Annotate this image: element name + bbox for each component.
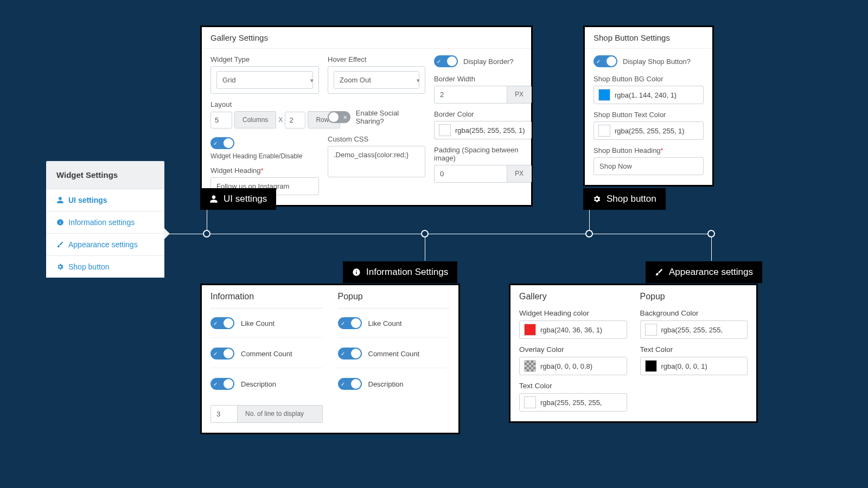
color-swatch <box>524 360 536 372</box>
sidebar-title: Widget Settings <box>46 161 164 189</box>
color-heading[interactable]: rgba(240, 36, 36, 1) <box>519 320 627 339</box>
node <box>203 230 210 237</box>
label-widget-heading: Widget Heading* <box>210 166 319 175</box>
color-swatch <box>598 125 610 137</box>
label-overlay-color: Overlay Color <box>519 345 627 354</box>
label-description: Description <box>241 380 276 388</box>
toggle-widget-heading[interactable]: ✓ <box>210 137 234 149</box>
label-comment-count: Comment Count <box>241 350 292 358</box>
section-gallery: Gallery <box>519 292 627 301</box>
color-swatch <box>524 396 536 408</box>
input-shop-heading[interactable] <box>593 157 704 175</box>
sidebar-item-shop-button[interactable]: Shop button <box>46 255 164 278</box>
widget-settings-sidebar: Widget Settings UI settings Information … <box>46 161 164 278</box>
input-padding[interactable] <box>434 165 507 183</box>
toggle-popup-comment[interactable]: ✓ <box>338 348 362 359</box>
info-icon <box>56 219 64 226</box>
label-description: Description <box>368 380 404 388</box>
connector-horizontal <box>164 234 711 234</box>
label-padding: Padding (Spacing between image) <box>434 146 532 162</box>
color-popup-bg[interactable]: rgba(255, 255, 255, <box>640 320 748 339</box>
color-swatch <box>598 89 610 101</box>
label-enable-social: Enable Social Sharing? <box>356 109 425 125</box>
tag-information-settings: Information Settings <box>343 261 457 283</box>
label-shop-text: Shop Button Text Color <box>593 111 704 119</box>
user-icon <box>56 196 64 204</box>
toggle-social-sharing[interactable]: ✕ <box>328 111 350 123</box>
color-shop-text[interactable]: rgba(255, 255, 255, 1) <box>593 121 704 140</box>
gear-icon <box>592 195 601 203</box>
toggle-info-description[interactable]: ✓ <box>210 378 234 390</box>
sidebar-item-label: Appearance settings <box>68 240 138 249</box>
label-custom-css: Custom CSS <box>328 135 425 143</box>
tag-shop-button: Shop button <box>583 188 666 210</box>
shop-button-panel: Shop Button Settings ✓ Display Shop Butt… <box>583 25 714 187</box>
label-like-count: Like Count <box>241 319 275 328</box>
label-shop-heading: Shop Button Heading* <box>593 146 704 155</box>
rows-input[interactable] <box>285 112 305 129</box>
label-widget-heading-toggle: Widget Heading Enable/Disable <box>210 152 319 160</box>
sidebar-arrow <box>164 228 170 239</box>
label-like-count: Like Count <box>368 319 402 328</box>
sidebar-item-label: UI settings <box>68 196 107 204</box>
sidebar-item-ui-settings[interactable]: UI settings <box>46 189 164 211</box>
label-text-color: Text Color <box>519 382 627 390</box>
appearance-panel: Gallery Widget Heading color rgba(240, 3… <box>509 284 758 423</box>
input-lines[interactable] <box>210 405 238 423</box>
lines-label: No. of line to display <box>238 405 323 423</box>
input-border-width[interactable] <box>434 86 507 104</box>
connector-v-info <box>425 234 425 261</box>
toggle-info-like[interactable]: ✓ <box>210 317 234 329</box>
gear-icon <box>56 263 64 271</box>
node <box>421 230 429 237</box>
select-widget-type[interactable]: Grid ▾ <box>210 66 319 94</box>
label-display-border: Display Border? <box>463 57 514 66</box>
label-popup-text-color: Text Color <box>640 345 748 354</box>
layout-x: X <box>278 116 283 124</box>
color-border[interactable]: rgba(255, 255, 255, 1) <box>434 121 532 139</box>
toggle-display-shop[interactable]: ✓ <box>593 55 617 67</box>
color-swatch <box>439 124 451 136</box>
color-swatch <box>645 360 657 372</box>
color-gallery-text[interactable]: rgba(255, 255, 255, <box>519 393 627 412</box>
label-shop-bg: Shop Button BG Color <box>593 75 704 83</box>
section-popup: Popup <box>640 292 748 301</box>
label-comment-count: Comment Count <box>368 350 420 358</box>
columns-label: Columns <box>234 111 276 129</box>
toggle-popup-like[interactable]: ✓ <box>338 317 362 329</box>
textarea-custom-css[interactable]: .Demo_class{color:red;} <box>328 146 425 177</box>
user-icon <box>209 195 218 203</box>
sidebar-item-label: Information settings <box>68 218 135 227</box>
sidebar-item-appearance-settings[interactable]: Appearance settings <box>46 233 164 255</box>
color-shop-bg[interactable]: rgba(1, 144, 240, 1) <box>593 86 704 104</box>
info-icon <box>352 268 361 277</box>
color-overlay[interactable]: rgba(0, 0, 0, 0.8) <box>519 357 627 375</box>
panel-title: Gallery Settings <box>202 27 531 49</box>
tag-ui-settings: UI settings <box>200 188 276 210</box>
tag-appearance-settings: Appearance settings <box>646 261 762 283</box>
information-panel: Information ✓Like Count ✓Comment Count ✓… <box>200 284 460 434</box>
toggle-popup-description[interactable]: ✓ <box>338 378 362 390</box>
section-popup: Popup <box>338 292 450 309</box>
columns-input[interactable] <box>210 112 232 129</box>
label-widget-type: Widget Type <box>210 55 319 63</box>
brush-icon <box>655 268 663 277</box>
node <box>585 230 593 237</box>
sidebar-item-information-settings[interactable]: Information settings <box>46 211 164 233</box>
node <box>707 230 715 237</box>
toggle-info-comment[interactable]: ✓ <box>210 348 234 359</box>
unit-px: PX <box>507 86 532 104</box>
gallery-settings-panel: Gallery Settings Widget Type Grid ▾ Layo… <box>200 25 533 207</box>
color-popup-text[interactable]: rgba(0, 0, 0, 1) <box>640 357 748 375</box>
section-information: Information <box>210 292 323 309</box>
color-swatch <box>524 324 536 336</box>
label-border-color: Border Color <box>434 110 532 118</box>
connector-v-appearance <box>711 234 712 261</box>
label-hover-effect: Hover Effect <box>328 55 425 63</box>
select-hover-effect[interactable]: Zoom Out ▾ <box>328 66 425 94</box>
brush-icon <box>56 241 64 248</box>
label-display-shop: Display Shop Button? <box>623 57 691 66</box>
label-layout: Layout <box>210 100 319 108</box>
color-swatch <box>645 324 657 336</box>
toggle-display-border[interactable]: ✓ <box>434 55 458 67</box>
